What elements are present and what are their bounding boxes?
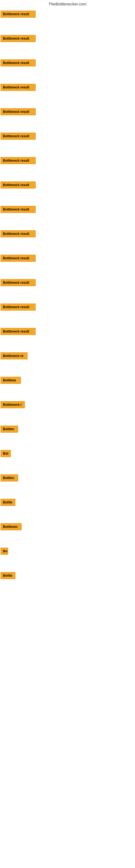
spacer-21 xyxy=(0,508,135,522)
spacer-24 xyxy=(0,581,135,595)
bottleneck-item-2: Bottleneck result xyxy=(0,33,135,44)
spacer-4 xyxy=(0,93,135,106)
bottleneck-item-22: Bottlenec xyxy=(0,522,135,532)
spacer-2 xyxy=(0,44,135,58)
bottleneck-badge-23[interactable]: Bo xyxy=(1,548,8,555)
bottleneck-item-16: Bottlene xyxy=(0,375,135,385)
bottleneck-badge-14[interactable]: Bottleneck result xyxy=(1,328,36,335)
bottleneck-item-1: Bottleneck result xyxy=(0,9,135,19)
bottleneck-item-4: Bottleneck result xyxy=(0,82,135,93)
bottleneck-badge-17[interactable]: Bottleneck r xyxy=(1,401,25,408)
spacer-17 xyxy=(0,410,135,424)
spacer-6 xyxy=(0,142,135,155)
spacer-20 xyxy=(0,484,135,497)
bottleneck-badge-8[interactable]: Bottleneck result xyxy=(1,182,36,188)
bottleneck-badge-21[interactable]: Bottle xyxy=(1,499,15,506)
bottleneck-item-21: Bottle xyxy=(0,497,135,507)
spacer-13 xyxy=(0,313,135,326)
spacer-7 xyxy=(0,166,135,180)
bottleneck-badge-2[interactable]: Bottleneck result xyxy=(1,35,36,42)
bottleneck-item-14: Bottleneck result xyxy=(0,326,135,337)
bottleneck-item-11: Bottleneck result xyxy=(0,253,135,264)
bottleneck-badge-12[interactable]: Bottleneck result xyxy=(1,279,36,286)
bottleneck-badge-18[interactable]: Bottlen xyxy=(1,426,18,433)
site-title: TheBottlenecker.com xyxy=(0,0,135,9)
bottleneck-badge-1[interactable]: Bottleneck result xyxy=(1,10,36,18)
bottleneck-item-13: Bottleneck result xyxy=(0,302,135,312)
spacer-5 xyxy=(0,118,135,131)
bottleneck-item-3: Bottleneck result xyxy=(0,58,135,68)
bottleneck-badge-5[interactable]: Bottleneck result xyxy=(1,108,36,115)
bottleneck-badge-7[interactable]: Bottleneck result xyxy=(1,157,36,164)
spacer-15 xyxy=(0,362,135,375)
bottleneck-item-20: Bottlen xyxy=(0,473,135,483)
spacer-10 xyxy=(0,240,135,253)
bottleneck-badge-19[interactable]: Bot xyxy=(1,450,11,457)
bottleneck-item-6: Bottleneck result xyxy=(0,131,135,141)
bottleneck-item-24: Bottle xyxy=(0,570,135,581)
items-container: Bottleneck resultBottleneck resultBottle… xyxy=(0,9,135,595)
bottleneck-item-5: Bottleneck result xyxy=(0,106,135,117)
bottleneck-badge-6[interactable]: Bottleneck result xyxy=(1,133,36,140)
bottleneck-badge-11[interactable]: Bottleneck result xyxy=(1,255,36,262)
bottleneck-item-18: Bottlen xyxy=(0,424,135,434)
bottleneck-item-23: Bo xyxy=(0,546,135,556)
bottleneck-item-15: Bottleneck re xyxy=(0,351,135,361)
bottleneck-badge-24[interactable]: Bottle xyxy=(1,572,15,579)
spacer-3 xyxy=(0,69,135,82)
spacer-23 xyxy=(0,557,135,570)
bottleneck-badge-4[interactable]: Bottleneck result xyxy=(1,84,36,91)
page-wrapper: TheBottlenecker.com Bottleneck resultBot… xyxy=(0,0,135,868)
bottleneck-badge-20[interactable]: Bottlen xyxy=(1,474,18,482)
bottleneck-item-10: Bottleneck result xyxy=(0,229,135,239)
bottleneck-badge-15[interactable]: Bottleneck re xyxy=(1,352,28,360)
bottleneck-badge-22[interactable]: Bottlenec xyxy=(1,523,21,530)
spacer-18 xyxy=(0,435,135,448)
bottleneck-badge-3[interactable]: Bottleneck result xyxy=(1,59,36,66)
bottleneck-item-9: Bottleneck result xyxy=(0,204,135,215)
spacer-1 xyxy=(0,20,135,33)
spacer-12 xyxy=(0,288,135,302)
spacer-14 xyxy=(0,337,135,351)
bottleneck-item-17: Bottleneck r xyxy=(0,400,135,410)
bottleneck-badge-16[interactable]: Bottlene xyxy=(1,377,21,384)
spacer-11 xyxy=(0,264,135,278)
bottleneck-item-19: Bot xyxy=(0,448,135,459)
bottleneck-item-7: Bottleneck result xyxy=(0,155,135,166)
bottleneck-badge-10[interactable]: Bottleneck result xyxy=(1,230,36,237)
bottleneck-item-8: Bottleneck result xyxy=(0,180,135,190)
bottleneck-badge-13[interactable]: Bottleneck result xyxy=(1,304,36,311)
bottleneck-badge-9[interactable]: Bottleneck result xyxy=(1,206,36,213)
spacer-9 xyxy=(0,215,135,229)
bottleneck-item-12: Bottleneck result xyxy=(0,278,135,288)
spacer-8 xyxy=(0,191,135,204)
spacer-16 xyxy=(0,386,135,400)
spacer-22 xyxy=(0,532,135,546)
spacer-19 xyxy=(0,459,135,473)
